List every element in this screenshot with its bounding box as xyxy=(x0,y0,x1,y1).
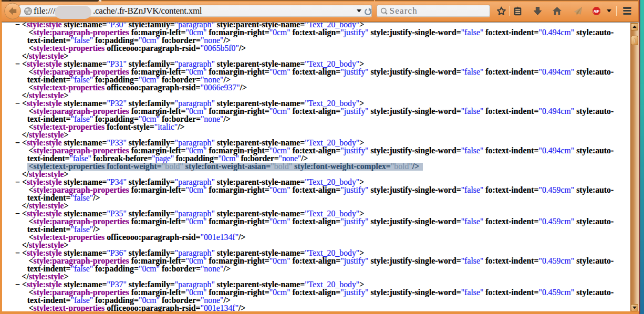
svg-text:ABP: ABP xyxy=(594,9,600,13)
